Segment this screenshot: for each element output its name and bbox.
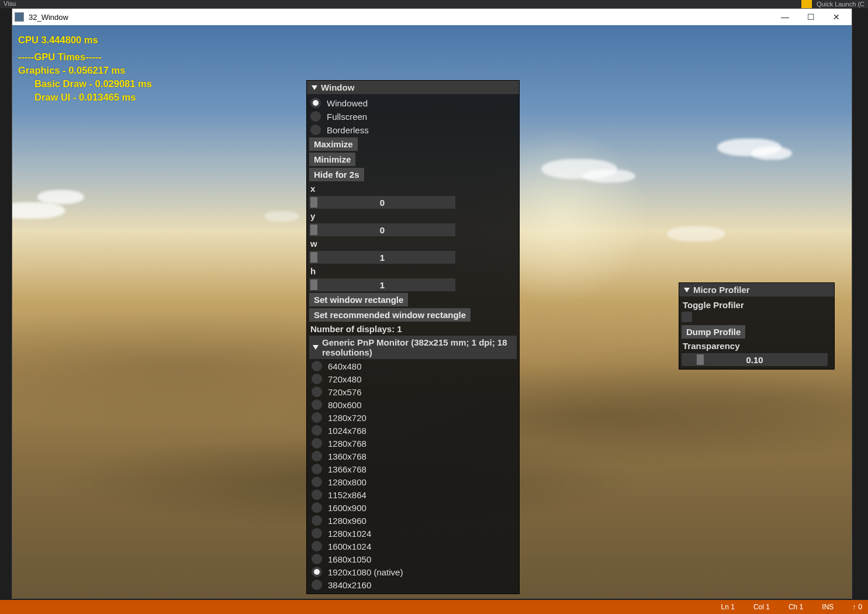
radio-resolution[interactable]: 640x480	[310, 360, 517, 372]
radio-windowed-label: Windowed	[327, 98, 368, 108]
slider-handle-icon[interactable]	[310, 280, 317, 290]
resolution-list: 640x480720x480720x576800x6001280x7201024…	[309, 360, 517, 591]
radio-resolution[interactable]: 720x480	[310, 372, 517, 385]
radio-dot-icon	[312, 464, 322, 474]
resolution-label: 1280x768	[328, 439, 366, 449]
btn-set-rect[interactable]: Set window rectangle	[309, 293, 408, 306]
btn-hide[interactable]: Hide for 2s	[309, 168, 364, 181]
radio-dot-icon	[312, 554, 322, 564]
radio-dot-icon	[312, 528, 322, 539]
resolution-label: 1600x900	[328, 503, 366, 513]
radio-dot-icon	[312, 502, 322, 513]
viewport-3d[interactable]: CPU 3.444800 ms -----GPU Times----- Grap…	[12, 25, 852, 598]
panel-window[interactable]: Window Windowed Fullscreen Borderless Ma…	[306, 80, 520, 594]
resolution-label: 1920x1080 (native)	[328, 567, 403, 577]
upload-icon[interactable]: ↑	[852, 603, 856, 611]
radio-dot-icon	[312, 399, 322, 410]
resolution-label: 1280x800	[328, 477, 366, 487]
minimize-button[interactable]: —	[772, 9, 798, 25]
radio-resolution[interactable]: 1600x900	[310, 501, 517, 514]
radio-dot-icon	[312, 374, 322, 384]
status-col: Col 1	[753, 603, 770, 611]
resolution-label: 1280x1024	[328, 529, 371, 539]
radio-resolution[interactable]: 800x600	[310, 398, 517, 411]
btn-minimize[interactable]: Minimize	[309, 153, 355, 166]
radio-dot-icon	[310, 125, 321, 135]
status-ins: INS	[822, 603, 834, 611]
radio-dot-icon	[310, 111, 321, 122]
resolution-label: 720x480	[328, 374, 362, 384]
slider-transparency[interactable]: 0.10	[682, 353, 828, 366]
radio-resolution[interactable]: 1024x768	[310, 424, 517, 437]
quick-launch-text[interactable]: Quick Launch (C	[817, 1, 864, 8]
radio-resolution[interactable]: 1600x1024	[310, 540, 517, 553]
collapse-icon[interactable]	[684, 288, 690, 292]
ide-status-bar: Ln 1 Col 1 Ch 1 INS ↑ 0	[0, 600, 868, 614]
overlay-gpu-header: -----GPU Times-----	[18, 50, 152, 64]
ide-top-left: Visu	[4, 0, 16, 8]
radio-windowed[interactable]: Windowed	[309, 96, 517, 109]
overlay-graphics: Graphics - 0.056217 ms	[18, 64, 152, 77]
slider-w[interactable]: 1	[309, 251, 455, 264]
collapse-icon[interactable]	[312, 85, 317, 90]
btn-set-recommended[interactable]: Set recommended window rectangle	[309, 308, 471, 322]
slider-handle-icon[interactable]	[310, 225, 317, 235]
radio-resolution[interactable]: 1280x960	[310, 514, 517, 527]
resolution-label: 1680x1050	[328, 554, 371, 564]
radio-resolution[interactable]: 1280x800	[310, 475, 517, 488]
panel-profiler-titlebar[interactable]: Micro Profiler	[679, 283, 834, 296]
collapse-icon[interactable]	[313, 345, 319, 350]
resolution-label: 3840x2160	[328, 580, 371, 590]
panel-window-title: Window	[321, 82, 354, 92]
slider-handle-icon[interactable]	[310, 197, 317, 208]
slider-handle-icon[interactable]	[697, 354, 704, 365]
slider-x-label: x	[309, 182, 517, 195]
window-title: 32_Window	[29, 13, 772, 22]
radio-resolution[interactable]: 1152x864	[310, 488, 517, 501]
slider-h-value: 1	[380, 280, 385, 290]
btn-dump-profile[interactable]: Dump Profile	[682, 325, 745, 339]
radio-dot-icon	[312, 541, 322, 551]
resolution-label: 720x576	[328, 387, 362, 397]
radio-resolution[interactable]: 1280x768	[310, 437, 517, 450]
resolution-label: 1360x768	[328, 451, 366, 461]
radio-borderless[interactable]: Borderless	[309, 123, 517, 136]
radio-dot-icon	[312, 387, 322, 397]
radio-resolution[interactable]: 1680x1050	[310, 553, 517, 565]
radio-resolution[interactable]: 1280x1024	[310, 527, 517, 540]
toggle-profiler-checkbox[interactable]	[682, 312, 832, 324]
close-button[interactable]: ✕	[824, 9, 849, 25]
radio-resolution[interactable]: 1920x1080 (native)	[310, 565, 517, 578]
radio-resolution[interactable]: 1360x768	[310, 450, 517, 463]
overlay-basic-draw: Basic Draw - 0.029081 ms	[18, 77, 152, 91]
resolution-label: 1280x960	[328, 516, 366, 526]
radio-dot-icon	[312, 489, 322, 500]
slider-y[interactable]: 0	[309, 223, 455, 236]
titlebar[interactable]: 32_Window — ☐ ✕	[12, 9, 852, 25]
status-ln: Ln 1	[721, 603, 735, 611]
radio-resolution[interactable]: 3840x2160	[310, 578, 517, 591]
transparency-label: Transparency	[682, 340, 832, 352]
radio-resolution[interactable]: 1366x768	[310, 463, 517, 475]
monitor-header[interactable]: Generic PnP Monitor (382x215 mm; 1 dpi; …	[309, 336, 517, 359]
slider-h[interactable]: 1	[309, 278, 455, 291]
radio-dot-icon	[312, 412, 322, 423]
radio-dot-icon	[312, 438, 322, 449]
btn-maximize[interactable]: Maximize	[309, 137, 358, 151]
radio-fullscreen[interactable]: Fullscreen	[309, 110, 517, 123]
panel-micro-profiler[interactable]: Micro Profiler Toggle Profiler Dump Prof…	[679, 282, 835, 370]
radio-dot-icon	[312, 567, 322, 577]
maximize-button[interactable]: ☐	[798, 9, 824, 25]
slider-handle-icon[interactable]	[310, 252, 317, 263]
panel-window-titlebar[interactable]: Window	[307, 81, 519, 94]
radio-resolution[interactable]: 720x576	[310, 385, 517, 398]
perf-overlay: CPU 3.444800 ms -----GPU Times----- Grap…	[18, 33, 152, 104]
radio-dot-icon	[312, 477, 322, 487]
radio-dot-icon	[312, 451, 322, 461]
slider-x[interactable]: 0	[309, 196, 455, 209]
notification-icon[interactable]	[801, 0, 812, 8]
ide-top-bar: Visu Quick Launch (C	[0, 0, 868, 8]
slider-w-value: 1	[380, 253, 385, 263]
monitor-header-label: Generic PnP Monitor (382x215 mm; 1 dpi; …	[322, 337, 513, 357]
radio-resolution[interactable]: 1280x720	[310, 411, 517, 424]
